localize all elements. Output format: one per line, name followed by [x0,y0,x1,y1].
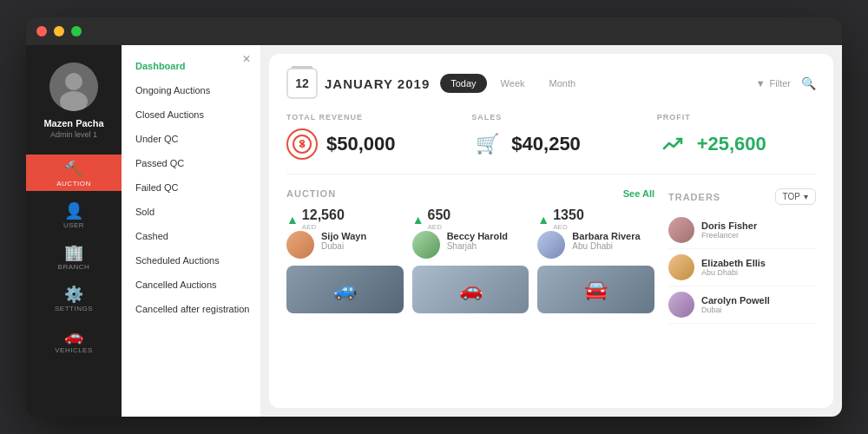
stat-profit: PROFIT +25,600 [657,113,816,160]
nav-items: 🔨 AUCTION 👤 USER 🏢 BRANCH ⚙️ SETTINGS 🚗 [26,155,122,358]
auction-name-0: Sijo Wayn [321,231,404,241]
auction-card-0: ▲ 12,560 AED Sijo Wayn [286,207,404,313]
trader-role-1: Abu Dhabi [701,268,766,277]
titlebar [26,17,842,45]
auction-details-2: Barbara Rivera Abu Dhabi [572,231,654,251]
trader-avatar-0 [668,217,694,243]
submenu-item-cancelled-after[interactable]: Cancelled after registration [122,297,260,321]
header-row: 12 JANUARY 2019 Today Week Month ▼ [286,68,816,99]
nav-item-auction[interactable]: 🔨 AUCTION [26,155,122,191]
submenu-item-ongoing[interactable]: Ongoing Auctions [122,78,260,102]
amount-value-0: 12,560 [302,207,345,223]
up-arrow-1: ▲ [412,213,424,227]
auction-section-header: AUCTION See All [286,188,654,199]
branch-icon: 🏢 [64,245,83,260]
auction-card-2: ▲ 1350 AED Barbara Rivera [537,207,654,313]
time-filters: Today Week Month [440,74,586,93]
auction-location-1: Sharjah [447,241,529,251]
vehicles-icon: 🚗 [64,328,83,344]
amount-value-2: 1350 [553,207,584,223]
window-body: Mazen Pacha Admin level 1 🔨 AUCTION 👤 US… [26,45,842,417]
user-profile: Mazen Pacha Admin level 1 [43,62,103,139]
car-img-1: 🚗 [412,266,529,313]
submenu-item-cancelled[interactable]: Cancelled Auctions [122,273,260,297]
stat-profit-label: PROFIT [657,113,816,122]
trader-name-0: Doris Fisher [701,220,757,231]
submenu-item-sold[interactable]: Sold [122,200,260,224]
auction-section-title: AUCTION [286,188,336,199]
traders-title: TRADERS [668,192,720,202]
submenu-item-underqc[interactable]: Under QC [122,127,260,151]
traders-dropdown[interactable]: TOP ▾ [775,188,816,205]
app-window: Mazen Pacha Admin level 1 🔨 AUCTION 👤 US… [26,17,842,417]
stat-revenue-number: $50,000 [326,133,396,155]
profit-icon [657,128,688,160]
filter-month[interactable]: Month [539,74,587,93]
main-content: 12 JANUARY 2019 Today Week Month ▼ [260,45,842,417]
submenu-item-cashed[interactable]: Cashed [122,224,260,248]
header-actions: ▼ Filter 🔍 [756,76,816,90]
submenu-close-button[interactable]: ✕ [240,52,253,66]
auction-name-1: Beccy Harold [447,231,529,241]
date-number: 12 [295,76,309,90]
submenu-item-failedqc[interactable]: Failed QC [122,175,260,200]
minimize-button[interactable] [54,26,64,36]
auction-info-2: Barbara Rivera Abu Dhabi [537,231,654,259]
amount-currency-1: AED [428,223,451,231]
content-row: AUCTION See All ▲ 12,560 AED [286,188,816,394]
auction-info-0: Sijo Wayn Dubai [286,231,404,259]
auction-avatar-2 [537,231,565,259]
filter-label: Filter [770,78,791,89]
filter-today[interactable]: Today [440,74,486,93]
auction-amount-0: ▲ 12,560 AED [286,207,404,231]
trader-info-0: Doris Fisher Freelancer [701,220,757,240]
trader-name-2: Carolyn Powell [701,295,770,306]
trader-info-2: Carolyn Powell Dubai [701,295,770,314]
nav-label-vehicles: Vehicles [55,346,93,354]
auction-cards: ▲ 12,560 AED Sijo Wayn [286,207,654,313]
auction-location-2: Abu Dhabi [572,241,654,251]
auction-section: AUCTION See All ▲ 12,560 AED [286,188,654,394]
month-year: JANUARY 2019 [325,76,430,91]
stat-sales-label: SALES [471,113,630,122]
revenue-icon: $ [286,128,318,160]
close-button[interactable] [36,26,47,36]
nav-label-branch: BRANCH [58,263,90,271]
stat-sales-number: $40,250 [511,133,581,155]
nav-item-branch[interactable]: 🏢 BRANCH [26,238,122,274]
trader-info-1: Elizabeth Ellis Abu Dhabi [701,258,766,277]
auction-name-2: Barbara Rivera [572,231,654,241]
submenu-item-closed[interactable]: Closed Auctions [122,102,260,127]
submenu-item-passedqc[interactable]: Passed QC [122,151,260,175]
auction-amount-1: ▲ 650 AED [412,207,529,231]
trader-role-0: Freelancer [701,231,757,240]
car-thumbnail-2: 🚘 [537,266,654,313]
auction-location-0: Dubai [321,241,404,251]
filter-week[interactable]: Week [490,74,536,93]
stat-sales-value-row: 🛒 $40,250 [471,128,630,160]
avatar [49,62,98,111]
calendar-date: 12 JANUARY 2019 [286,68,430,99]
nav-item-vehicles[interactable]: 🚗 Vehicles [26,321,122,358]
search-button[interactable]: 🔍 [801,76,816,90]
auction-info-1: Beccy Harold Sharjah [412,231,529,259]
submenu-item-scheduled[interactable]: Scheduled Auctions [122,248,260,273]
auction-avatar-1 [412,231,440,259]
trader-avatar-1 [668,254,694,280]
stat-revenue-value-row: $ $50,000 [286,128,445,160]
sidebar: Mazen Pacha Admin level 1 🔨 AUCTION 👤 US… [26,45,122,417]
filter-action[interactable]: ▼ Filter [756,78,791,89]
nav-item-user[interactable]: 👤 USER [26,196,122,233]
car-thumbnail-0: 🚙 [286,266,404,313]
stat-revenue: TOTAL REVENUE $ $50,000 [286,113,445,160]
nav-label-auction: AUCTION [56,180,91,187]
traders-dropdown-label: TOP [783,192,800,201]
auction-amount-2: ▲ 1350 AED [537,207,654,231]
nav-item-settings[interactable]: ⚙️ SETTINGS [26,279,122,316]
see-all-button[interactable]: See All [623,188,654,199]
auction-details-1: Beccy Harold Sharjah [447,231,529,251]
svg-point-2 [60,91,88,111]
maximize-button[interactable] [71,26,82,36]
stat-sales: SALES 🛒 $40,250 [471,113,630,160]
user-role: Admin level 1 [50,130,97,139]
